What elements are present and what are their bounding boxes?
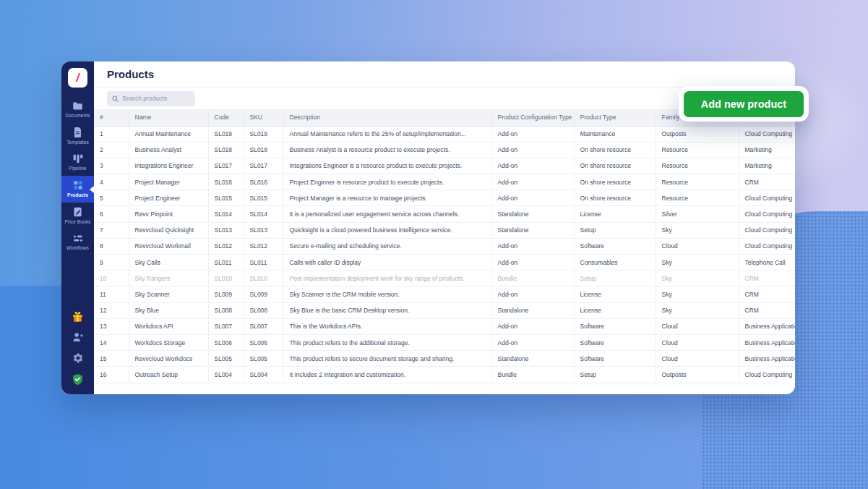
- table-cell: Resource: [656, 158, 739, 174]
- table-row[interactable]: 15Revvcloud WorkdocsSL005SL005This produ…: [94, 351, 795, 367]
- table-cell: Standalone: [491, 222, 574, 238]
- sidebar-item-templates[interactable]: Templates: [61, 123, 94, 150]
- settings-gear-icon[interactable]: [72, 352, 84, 364]
- table-cell: SL019: [208, 126, 244, 142]
- table-cell: Software: [574, 351, 656, 367]
- sidebar-item-price-books[interactable]: Price Books: [61, 203, 94, 229]
- table-row[interactable]: 8Revvcloud WorkmailSL012SL012Secure e-ma…: [94, 238, 795, 254]
- column-header: Name: [129, 109, 208, 126]
- table-cell: Software: [574, 334, 656, 350]
- sidebar-item-label: Templates: [66, 140, 89, 145]
- table-cell: This is the Workdocs APIs.: [283, 318, 491, 334]
- sidebar-item-products[interactable]: Products: [61, 176, 94, 203]
- table-cell: On shore resource: [574, 142, 656, 158]
- shield-check-icon[interactable]: [72, 373, 84, 386]
- app-logo[interactable]: /: [68, 68, 87, 88]
- table-cell: On shore resource: [574, 190, 656, 206]
- table-cell: SL010: [208, 271, 244, 286]
- table-row[interactable]: 14Workdocs StorageSL006SL006This product…: [94, 334, 795, 350]
- table-row[interactable]: 4Project ManagerSL016SL016Project Enginn…: [94, 174, 795, 190]
- add-new-product-button[interactable]: Add new product: [684, 91, 804, 117]
- table-cell: SL013: [208, 222, 244, 238]
- table-cell: SL009: [244, 286, 283, 302]
- table-cell: SL011: [244, 255, 283, 271]
- table-row[interactable]: 7Revvcloud QuicksightSL013SL013Quicksigh…: [94, 222, 795, 238]
- table-cell: Cloud Computing: [739, 238, 795, 254]
- table-cell: Business Applications: [739, 351, 795, 367]
- table-row[interactable]: 13Workdocs APISL007SL007This is the Work…: [94, 318, 795, 334]
- table-row[interactable]: 11Sky ScannerSL009SL009Sky Scanner is th…: [94, 286, 795, 302]
- sidebar-item-documents[interactable]: Documents: [61, 97, 94, 123]
- table-row[interactable]: 6Revv PinpointSL014SL014It is a personal…: [94, 206, 795, 222]
- table-cell: Add-on: [491, 174, 574, 190]
- table-cell: Sky: [656, 302, 739, 318]
- table-cell: Cloud Computing: [739, 206, 795, 222]
- table-row[interactable]: 16Outreach SetupSL004SL004It includes 2 …: [94, 367, 795, 383]
- table-cell: 13: [94, 318, 129, 334]
- table-cell: 6: [94, 206, 129, 222]
- table-cell: 12: [94, 302, 129, 318]
- table-cell: SL006: [244, 334, 283, 350]
- table-cell: SL014: [208, 206, 244, 222]
- table-cell: SL015: [208, 190, 244, 206]
- sidebar-item-workflows[interactable]: Workflows: [61, 229, 94, 255]
- table-cell: Add-on: [491, 286, 574, 302]
- table-cell: Cloud Computing: [739, 190, 795, 206]
- table-cell: Business Analyst: [129, 142, 208, 158]
- invite-user-icon[interactable]: [72, 332, 84, 343]
- table-row[interactable]: 1Annual MaintenanceSL019SL019Annual Main…: [94, 126, 795, 142]
- table-cell: Post implementation deployment work for …: [283, 271, 491, 286]
- table-cell: SL007: [208, 318, 244, 334]
- table-cell: This product refers to secure document s…: [283, 351, 491, 367]
- table-cell: Marketing: [739, 158, 795, 174]
- table-cell: Marketing: [739, 142, 795, 158]
- search-icon: [112, 95, 119, 102]
- table-cell: CRM: [739, 174, 795, 190]
- gift-icon[interactable]: [72, 310, 84, 323]
- table-row[interactable]: 9Sky CallsSL011SL011Calls with caller ID…: [94, 255, 795, 271]
- table-row[interactable]: 5Project EngineerSL015SL015Project Manag…: [94, 190, 795, 206]
- table-cell: On shore resource: [574, 174, 656, 190]
- table-cell: CRM: [739, 286, 795, 302]
- table-cell: 14: [94, 334, 129, 350]
- table-cell: Revvcloud Workdocs: [129, 351, 208, 367]
- table-row[interactable]: 10Sky RangersSL010SL010Post implementati…: [94, 271, 795, 286]
- table-cell: Resource: [656, 190, 739, 206]
- table-cell: Setup: [574, 367, 656, 383]
- table-row[interactable]: 2Business AnalystSL018SL018Business Anal…: [94, 142, 795, 158]
- table-cell: SL019: [244, 126, 283, 142]
- table-cell: SL012: [244, 238, 283, 254]
- table-cell: Sky Scanner: [129, 286, 208, 302]
- table-cell: Business Applications: [739, 318, 795, 334]
- table-cell: SL012: [208, 238, 244, 254]
- search-input[interactable]: [122, 95, 190, 102]
- table-cell: Sky Blue is the basic CRM Desktop versio…: [283, 302, 491, 318]
- table-cell: Cloud: [656, 334, 739, 350]
- table-cell: SL004: [208, 367, 244, 383]
- table-cell: Resource: [656, 142, 739, 158]
- table-cell: 15: [94, 351, 129, 367]
- search-box[interactable]: [107, 91, 195, 106]
- table-cell: Outreach Setup: [129, 367, 208, 383]
- table-cell: Software: [574, 238, 656, 254]
- sidebar-item-pipeline[interactable]: Pipeline: [61, 150, 94, 176]
- table-cell: License: [574, 302, 656, 318]
- table-cell: SL007: [244, 318, 283, 334]
- price-books-icon: [73, 207, 82, 217]
- table-cell: Cloud Computing: [739, 126, 795, 142]
- table-cell: CRM: [739, 302, 795, 318]
- column-header: #: [94, 109, 129, 126]
- sidebar: / Documents Templates Pipeline Products: [61, 61, 94, 394]
- table-cell: Outposts: [656, 126, 739, 142]
- table-cell: Standalone: [491, 206, 574, 222]
- table-row[interactable]: 12Sky BlueSL008SL008Sky Blue is the basi…: [94, 302, 795, 318]
- products-table-container: #NameCodeSKUDescriptionProduct Configura…: [94, 109, 795, 394]
- table-cell: Sky Calls: [129, 255, 208, 271]
- table-row[interactable]: 3Integrations EngineerSL017SL017Integrat…: [94, 158, 795, 174]
- table-cell: Add-on: [491, 318, 574, 334]
- sidebar-item-label: Products: [67, 192, 88, 197]
- workflows-icon: [73, 234, 83, 243]
- products-table: #NameCodeSKUDescriptionProduct Configura…: [94, 109, 795, 383]
- table-cell: This product refers to the additional st…: [283, 334, 491, 350]
- table-cell: Cloud: [656, 351, 739, 367]
